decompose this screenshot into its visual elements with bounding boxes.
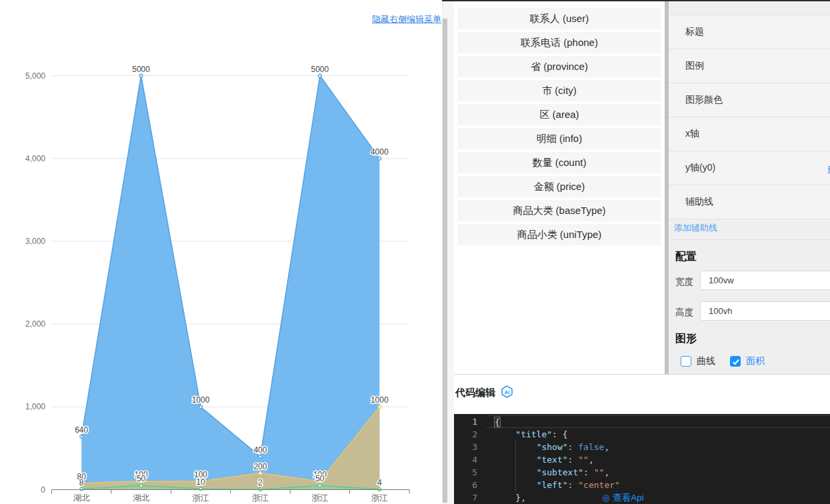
series-blue-label: 5000 bbox=[311, 65, 329, 74]
settings-section-标题[interactable]: 标题 bbox=[669, 15, 830, 49]
series-green-label: 50 bbox=[315, 474, 325, 483]
x-axis-label: 浙江 bbox=[371, 493, 388, 503]
field-list-item[interactable]: 市 (city) bbox=[458, 80, 661, 101]
settings-section-list: 标题图例图形颜色x轴y轴(y0)辅助线 bbox=[669, 15, 830, 219]
checkbox-unchecked[interactable] bbox=[681, 356, 691, 367]
series-green-label: 4 bbox=[377, 478, 382, 487]
code-line-text: { bbox=[487, 415, 830, 428]
y-axis-label: 2,000 bbox=[25, 319, 45, 329]
series-green-label: 10 bbox=[196, 477, 205, 487]
add-guide-line-link[interactable]: 添加辅助线 bbox=[674, 222, 717, 234]
checkbox-label-曲线[interactable]: 曲线 bbox=[697, 355, 715, 367]
field-list-item[interactable]: 区 (area) bbox=[458, 104, 661, 125]
view-api-label: 查看Api bbox=[613, 493, 644, 503]
checkbox-checked[interactable] bbox=[730, 356, 741, 367]
series-green-marker[interactable] bbox=[80, 487, 83, 491]
svg-text:AI: AI bbox=[505, 389, 510, 395]
series-green-label: 8 bbox=[79, 478, 84, 487]
area-chart: 6405000100040050004000801001002001001000… bbox=[0, 0, 442, 504]
series-blue-marker[interactable] bbox=[80, 435, 83, 439]
y-axis-label: 4,000 bbox=[25, 154, 45, 163]
line-number: 4 bbox=[452, 453, 487, 466]
ai-assistant-icon[interactable]: AI bbox=[501, 385, 513, 401]
settings-section-辅助线[interactable]: 辅助线 bbox=[669, 185, 830, 219]
view-api-link[interactable]: ◎查看Api bbox=[602, 492, 644, 504]
x-axis-label: 湖北 bbox=[133, 493, 150, 503]
height-input[interactable] bbox=[700, 301, 830, 321]
settings-section-图形颜色[interactable]: 图形颜色 bbox=[669, 83, 830, 117]
series-blue-marker[interactable] bbox=[199, 405, 203, 409]
x-axis-label: 浙江 bbox=[311, 493, 328, 503]
series-green-label: 2 bbox=[258, 478, 263, 487]
line-number: 5 bbox=[452, 466, 487, 479]
series-blue-area bbox=[81, 76, 379, 490]
checkbox-label-面积[interactable]: 面积 bbox=[746, 355, 765, 367]
series-blue-marker[interactable] bbox=[378, 157, 381, 160]
series-tan-label: 200 bbox=[253, 462, 267, 471]
series-blue-marker[interactable] bbox=[139, 74, 143, 77]
line-number: 2 bbox=[452, 428, 487, 441]
series-green-marker[interactable] bbox=[319, 484, 322, 487]
field-list-item[interactable]: 商品小类 (uniType) bbox=[458, 224, 661, 245]
y-axis-label: 1,000 bbox=[25, 402, 45, 411]
shape-options-row: 曲线面积 bbox=[681, 355, 765, 367]
code-line-text: "show": false, bbox=[487, 441, 830, 453]
line-number: 6 bbox=[452, 479, 487, 491]
eye-icon: ◎ bbox=[602, 493, 609, 503]
code-line[interactable]: 4 "text": "", bbox=[452, 453, 830, 466]
shape-header: 图形 bbox=[675, 332, 697, 346]
indent-guide bbox=[515, 441, 516, 491]
code-editor-title: 代码编辑 bbox=[455, 387, 495, 399]
x-axis-label: 浙江 bbox=[252, 493, 269, 503]
y-axis-label: 5,000 bbox=[25, 71, 45, 81]
scrollbar-thumb[interactable] bbox=[443, 19, 447, 503]
code-line-text: "title": { bbox=[487, 428, 830, 441]
json-code-editor[interactable]: 1{2 "title": {3 "show": false,4 "text": … bbox=[452, 414, 830, 504]
code-line[interactable]: 5 "subtext": "", bbox=[452, 466, 830, 479]
code-editor-header-row: 代码编辑 AI bbox=[455, 385, 513, 401]
code-line[interactable]: 2 "title": { bbox=[452, 428, 830, 441]
code-line-text: "left": "center" bbox=[487, 479, 830, 491]
field-list-item[interactable]: 省 (province) bbox=[458, 56, 661, 77]
series-tan-marker[interactable] bbox=[378, 405, 381, 409]
width-input[interactable] bbox=[700, 271, 830, 290]
height-label: 高度 bbox=[675, 307, 693, 319]
series-blue-label: 1000 bbox=[192, 395, 210, 405]
settings-section-图例[interactable]: 图例 bbox=[669, 49, 830, 83]
series-blue-marker[interactable] bbox=[259, 455, 262, 459]
series-green-marker[interactable] bbox=[139, 484, 143, 487]
chart-pane: 6405000100040050004000801001002001001000… bbox=[0, 0, 442, 504]
y-axis-label: 0 bbox=[41, 485, 45, 495]
line-number: 3 bbox=[452, 441, 487, 453]
code-line[interactable]: 3 "show": false, bbox=[452, 441, 830, 453]
code-line-text: "subtext": "", bbox=[487, 466, 830, 479]
field-list-item[interactable]: 联系电话 (phone) bbox=[458, 32, 661, 53]
delete-axis-link[interactable]: 删除 bbox=[827, 164, 830, 176]
code-line[interactable]: 6 "left": "center" bbox=[452, 479, 830, 491]
settings-section-x轴[interactable]: x轴 bbox=[669, 117, 830, 151]
hide-right-menu-link[interactable]: 隐藏右侧编辑菜单 bbox=[372, 13, 441, 25]
series-blue-label: 5000 bbox=[132, 65, 150, 74]
series-blue-marker[interactable] bbox=[319, 74, 322, 77]
left-pane-scrollbar[interactable] bbox=[442, 1, 454, 504]
x-axis-label: 湖北 bbox=[73, 493, 91, 503]
code-line-text: "text": "", bbox=[487, 453, 830, 466]
field-list-item[interactable]: 联系人 (user) bbox=[458, 8, 661, 29]
y-axis-label: 3,000 bbox=[25, 237, 45, 246]
x-axis-label: 浙江 bbox=[193, 493, 209, 503]
field-list-item[interactable]: 商品大类 (baseType) bbox=[458, 200, 661, 221]
field-list-item[interactable]: 金额 (price) bbox=[458, 176, 661, 197]
series-green-label: 50 bbox=[137, 474, 146, 483]
field-list-pane: 联系人 (user)联系电话 (phone)省 (province)市 (cit… bbox=[454, 1, 665, 374]
settings-section-y轴(y0)[interactable]: y轴(y0) bbox=[669, 151, 830, 185]
code-line[interactable]: 1{ bbox=[452, 415, 830, 428]
line-number: 7 bbox=[452, 491, 487, 504]
chart-builder-app: 6405000100040050004000801001002001001000… bbox=[0, 0, 830, 504]
series-blue-label: 4000 bbox=[371, 147, 389, 157]
field-list-item[interactable]: 数量 (count) bbox=[458, 152, 661, 173]
divider bbox=[669, 239, 830, 240]
series-tan-marker[interactable] bbox=[259, 471, 262, 475]
field-list-item[interactable]: 明细 (info) bbox=[458, 128, 661, 149]
width-label: 宽度 bbox=[675, 276, 693, 288]
series-blue-label: 400 bbox=[253, 445, 267, 455]
